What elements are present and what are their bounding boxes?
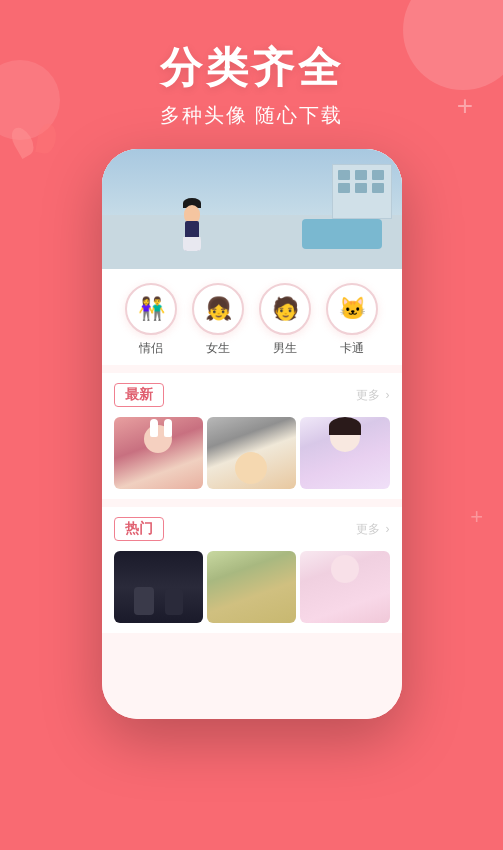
header: 分类齐全 多种头像 随心下载 xyxy=(0,0,503,129)
category-couples-icon: 👫 xyxy=(125,283,177,335)
latest-more[interactable]: 更多 › xyxy=(354,387,389,404)
category-section: 👫 情侣 👧 女生 🧑 男生 🐱 卡通 xyxy=(102,269,402,365)
banner-pool xyxy=(302,219,382,249)
banner-image xyxy=(102,149,402,269)
latest-image-2[interactable] xyxy=(207,417,296,489)
hot-image-3[interactable] xyxy=(300,551,389,623)
character-figure xyxy=(182,196,207,251)
category-cartoon-icon: 🐱 xyxy=(326,283,378,335)
hot-tag: 热门 xyxy=(114,517,164,541)
latest-section-header: 最新 更多 › xyxy=(114,383,390,407)
category-girls-label: 女生 xyxy=(206,340,230,357)
hot-grid xyxy=(114,551,390,623)
phone-mockup: 👫 情侣 👧 女生 🧑 男生 🐱 卡通 最新 xyxy=(102,149,402,719)
category-boys-icon: 🧑 xyxy=(259,283,311,335)
page-subtitle: 多种头像 随心下载 xyxy=(0,102,503,129)
category-girls-icon: 👧 xyxy=(192,283,244,335)
category-boys-label: 男生 xyxy=(273,340,297,357)
category-boys[interactable]: 🧑 男生 xyxy=(259,283,311,357)
latest-section: 最新 更多 › xyxy=(102,373,402,499)
latest-grid xyxy=(114,417,390,489)
category-cartoon-label: 卡通 xyxy=(340,340,364,357)
category-cartoon[interactable]: 🐱 卡通 xyxy=(326,283,378,357)
latest-tag: 最新 xyxy=(114,383,164,407)
banner-building xyxy=(332,164,392,219)
category-couples[interactable]: 👫 情侣 xyxy=(125,283,177,357)
latest-image-1[interactable] xyxy=(114,417,203,489)
phone-bottom-space xyxy=(102,633,402,649)
category-couples-label: 情侣 xyxy=(139,340,163,357)
phone-wrapper: 👫 情侣 👧 女生 🧑 男生 🐱 卡通 最新 xyxy=(0,149,503,719)
category-girls[interactable]: 👧 女生 xyxy=(192,283,244,357)
hot-image-1[interactable] xyxy=(114,551,203,623)
hot-more[interactable]: 更多 › xyxy=(354,521,389,538)
latest-image-3[interactable] xyxy=(300,417,389,489)
building-windows xyxy=(338,170,386,193)
page-title: 分类齐全 xyxy=(0,40,503,96)
phone-content: 👫 情侣 👧 女生 🧑 男生 🐱 卡通 最新 xyxy=(102,149,402,719)
hot-section-header: 热门 更多 › xyxy=(114,517,390,541)
hot-section: 热门 更多 › xyxy=(102,507,402,633)
hot-image-2[interactable] xyxy=(207,551,296,623)
